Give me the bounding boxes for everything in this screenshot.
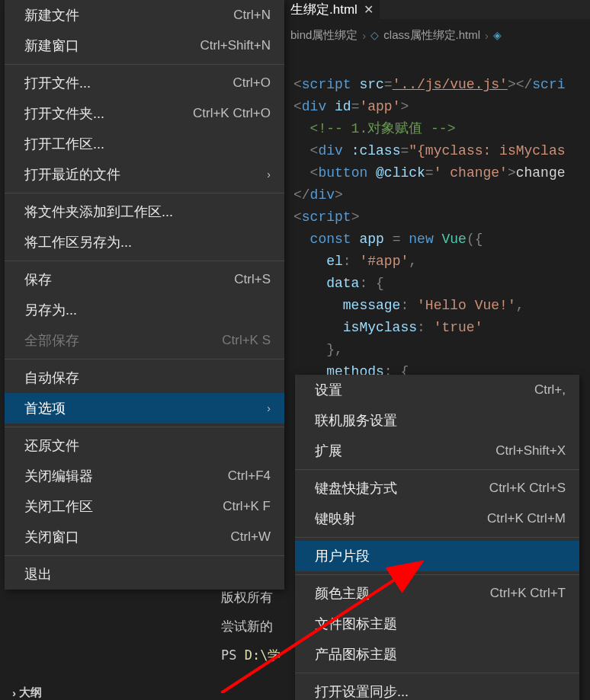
- menu-item-label: 关闭窗口: [24, 528, 79, 546]
- editor-tab[interactable]: 生绑定.html ✕: [284, 0, 380, 19]
- chevron-right-icon: ›: [267, 402, 271, 414]
- menu-item[interactable]: 自动保存: [5, 363, 284, 393]
- submenu-item[interactable]: 用户片段: [295, 541, 579, 571]
- chevron-right-icon: ›: [362, 29, 366, 42]
- breadcrumb-item[interactable]: bind属性绑定: [290, 28, 358, 43]
- menu-item-label: 退出: [24, 565, 52, 583]
- menu-item-label: 保存: [24, 270, 52, 289]
- submenu-item[interactable]: 打开设置同步...: [295, 676, 579, 700]
- menu-shortcut: Ctrl+N: [233, 8, 271, 23]
- submenu-item[interactable]: 文件图标主题: [295, 609, 579, 639]
- code-editor[interactable]: <script src='../js/vue.js'></scri <div i…: [293, 52, 590, 405]
- menu-item-label: 另存为...: [24, 301, 77, 319]
- menu-separator: [5, 359, 284, 360]
- submenu-item[interactable]: 扩展Ctrl+Shift+X: [295, 436, 579, 466]
- menu-shortcut: Ctrl+Shift+X: [495, 443, 566, 459]
- menu-shortcut: Ctrl+F4: [228, 468, 271, 484]
- menu-shortcut: Ctrl+Shift+N: [200, 38, 271, 53]
- menu-shortcut: Ctrl+K Ctrl+T: [490, 586, 566, 601]
- chevron-right-icon: ›: [485, 29, 489, 42]
- menu-item[interactable]: 新建窗口Ctrl+Shift+N: [5, 30, 284, 61]
- submenu-item[interactable]: 颜色主题Ctrl+K Ctrl+T: [295, 578, 579, 609]
- submenu-item[interactable]: 键映射Ctrl+K Ctrl+M: [295, 503, 579, 534]
- menu-shortcut: Ctrl+O: [232, 75, 271, 91]
- menu-shortcut: Ctrl+W: [231, 529, 271, 545]
- menu-item[interactable]: 还原文件: [5, 430, 284, 461]
- submenu-item[interactable]: 产品图标主题: [295, 639, 579, 670]
- menu-item-label: 关闭工作区: [24, 497, 93, 516]
- menu-separator: [5, 64, 284, 65]
- menu-separator: [5, 261, 284, 261]
- menu-item[interactable]: 关闭工作区Ctrl+K F: [5, 491, 284, 522]
- menu-item-label: 扩展: [315, 442, 342, 460]
- menu-item-label: 将文件夹添加到工作区...: [24, 203, 173, 221]
- menu-item-label: 新建文件: [24, 6, 79, 24]
- menu-item[interactable]: 打开文件夹...Ctrl+K Ctrl+O: [5, 98, 284, 129]
- outline-panel-header[interactable]: › 大纲: [12, 686, 42, 700]
- menu-item[interactable]: 另存为...: [5, 295, 284, 325]
- submenu-item[interactable]: 键盘快捷方式Ctrl+K Ctrl+S: [295, 473, 579, 503]
- menu-item[interactable]: 打开文件...Ctrl+O: [5, 68, 284, 98]
- file-menu[interactable]: 新建文件Ctrl+N新建窗口Ctrl+Shift+N打开文件...Ctrl+O打…: [5, 0, 284, 590]
- outline-label: 大纲: [19, 686, 42, 700]
- menu-item-label: 联机服务设置: [315, 411, 397, 430]
- menu-separator: [295, 574, 579, 575]
- chevron-right-icon: ›: [267, 168, 271, 181]
- menu-item-label: 文件图标主题: [315, 615, 397, 633]
- menu-shortcut: Ctrl+K Ctrl+O: [193, 106, 271, 121]
- menu-item-label: 设置: [315, 381, 342, 399]
- menu-item-label: 首选项: [24, 399, 66, 417]
- menu-item-label: 打开文件...: [24, 74, 91, 92]
- chevron-right-icon: ›: [12, 686, 16, 699]
- menu-shortcut: Ctrl+K F: [223, 499, 271, 514]
- terminal-output: 版权所有 尝试新的 PS D:\学: [221, 583, 281, 670]
- menu-item[interactable]: 关闭编辑器Ctrl+F4: [5, 461, 284, 491]
- menu-item-label: 产品图标主题: [315, 645, 397, 663]
- menu-item-label: 还原文件: [24, 436, 79, 455]
- menu-item-label: 用户片段: [315, 547, 370, 565]
- menu-separator: [5, 427, 284, 427]
- menu-item-label: 自动保存: [24, 369, 79, 387]
- menu-separator: [295, 537, 579, 538]
- tab-bar: 生绑定.html ✕: [284, 0, 590, 19]
- menu-item-label: 打开工作区...: [24, 135, 104, 153]
- menu-separator: [5, 193, 284, 193]
- menu-shortcut: Ctrl+K S: [222, 333, 271, 348]
- preferences-submenu[interactable]: 设置Ctrl+,联机服务设置扩展Ctrl+Shift+X键盘快捷方式Ctrl+K…: [295, 375, 579, 700]
- menu-item: 全部保存Ctrl+K S: [5, 325, 284, 356]
- code-icon: ◈: [493, 29, 502, 41]
- close-icon[interactable]: ✕: [364, 2, 374, 17]
- menu-item-label: 新建窗口: [24, 37, 79, 55]
- menu-item-label: 打开文件夹...: [24, 104, 104, 123]
- menu-item[interactable]: 将工作区另存为...: [5, 227, 284, 257]
- menu-item-label: 键盘快捷方式: [315, 479, 397, 497]
- submenu-item[interactable]: 联机服务设置: [295, 405, 579, 436]
- menu-separator: [295, 673, 579, 673]
- menu-item-label: 键映射: [315, 510, 356, 528]
- breadcrumb-item[interactable]: class属性绑定.html: [383, 28, 480, 43]
- menu-shortcut: Ctrl+K Ctrl+S: [489, 481, 566, 496]
- menu-item-label: 打开最近的文件: [24, 165, 120, 184]
- breadcrumb[interactable]: bind属性绑定 › ◇ class属性绑定.html › ◈: [284, 24, 590, 46]
- tab-title: 生绑定.html: [290, 1, 358, 18]
- menu-shortcut: Ctrl+S: [234, 272, 271, 287]
- menu-item-label: 关闭编辑器: [24, 467, 93, 485]
- menu-separator: [5, 555, 284, 556]
- menu-item[interactable]: 打开最近的文件›: [5, 159, 284, 190]
- terminal-line: 尝试新的: [221, 612, 281, 641]
- menu-item[interactable]: 退出: [5, 559, 284, 590]
- menu-shortcut: Ctrl+K Ctrl+M: [487, 511, 566, 526]
- menu-item-label: 将工作区另存为...: [24, 233, 132, 251]
- submenu-item[interactable]: 设置Ctrl+,: [295, 375, 579, 405]
- menu-item-label: 打开设置同步...: [315, 682, 409, 700]
- menu-item[interactable]: 保存Ctrl+S: [5, 264, 284, 295]
- terminal-line: PS D:\学: [221, 641, 281, 670]
- menu-separator: [295, 469, 579, 470]
- menu-item[interactable]: 将文件夹添加到工作区...: [5, 197, 284, 227]
- menu-shortcut: Ctrl+,: [534, 382, 566, 398]
- menu-item[interactable]: 打开工作区...: [5, 129, 284, 159]
- menu-item[interactable]: 首选项›: [5, 393, 284, 424]
- menu-item-label: 全部保存: [24, 331, 79, 350]
- menu-item[interactable]: 关闭窗口Ctrl+W: [5, 522, 284, 552]
- menu-item[interactable]: 新建文件Ctrl+N: [5, 0, 284, 30]
